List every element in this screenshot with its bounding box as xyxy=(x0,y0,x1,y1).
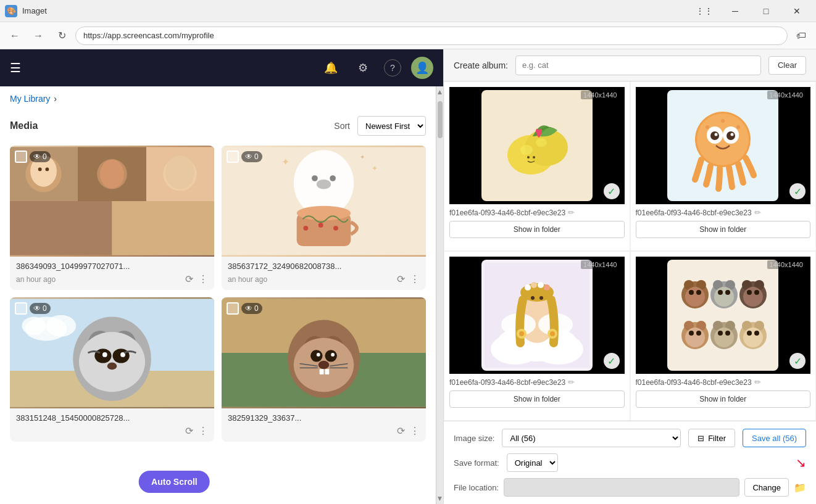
media-thumbnail: 👁 0 xyxy=(10,146,214,257)
media-overlay: 👁 0 xyxy=(15,151,51,163)
media-checkbox[interactable] xyxy=(227,151,239,163)
save-all-button[interactable]: Save all (56) xyxy=(743,429,806,447)
check-icon: ✓ xyxy=(604,183,620,199)
svg-point-65 xyxy=(533,156,535,159)
tag-icon[interactable]: 🏷 xyxy=(791,26,811,46)
svg-rect-54 xyxy=(325,369,329,374)
svg-point-76 xyxy=(721,119,725,123)
more-icon[interactable]: ⋮ xyxy=(410,273,420,285)
svg-rect-97 xyxy=(670,263,775,368)
show-folder-button[interactable]: Show in folder xyxy=(636,390,811,408)
image-size-row: Image size: All (56) Large Medium Small … xyxy=(454,429,806,447)
svg-point-122 xyxy=(685,328,705,347)
svg-point-62 xyxy=(520,145,533,155)
scrollbar[interactable]: ▲ ▼ xyxy=(436,86,443,504)
media-info: 382591329_33637... ⟳ ⋮ xyxy=(222,408,426,442)
edit-icon[interactable]: ✏ xyxy=(754,378,761,387)
media-card[interactable]: ✦ ✦ ✦ xyxy=(222,146,426,290)
share-icon[interactable]: ⟳ xyxy=(185,425,193,437)
image-size-select[interactable]: All (56) Large Medium Small xyxy=(502,429,681,447)
breadcrumb[interactable]: My Library › xyxy=(0,86,436,111)
settings-icon[interactable]: ⚙ xyxy=(352,57,374,79)
image-cell[interactable]: 1440x1440 ✓ f01ee6fa-0f93-4a46-8cbf-e9ec… xyxy=(630,81,817,251)
check-icon: ✓ xyxy=(789,353,806,369)
view-badge: 👁 0 xyxy=(30,151,51,162)
media-meta: ⟳ ⋮ xyxy=(228,425,420,437)
svg-point-116 xyxy=(747,290,752,295)
change-button[interactable]: Change xyxy=(744,478,789,497)
svg-point-73 xyxy=(715,133,718,136)
sort-select[interactable]: Newest First Oldest First Name A-Z Name … xyxy=(357,116,426,136)
image-filename: f01ee6fa-0f93-4a46-8cbf-e9ec3e23 ✏ xyxy=(449,378,625,387)
view-count: 0 xyxy=(254,152,259,161)
image-grid: 1440x1440 ✓ f01ee6fa-0f93-4a46-8cbf-e9ec… xyxy=(444,81,816,421)
svg-point-103 xyxy=(696,290,701,295)
folder-icon[interactable]: 📁 xyxy=(794,482,806,494)
url-input[interactable] xyxy=(75,27,788,45)
media-name: 386349093_10499977027071... xyxy=(16,262,208,271)
clear-button[interactable]: Clear xyxy=(768,56,806,75)
view-count: 0 xyxy=(43,304,47,313)
share-icon[interactable]: ⟳ xyxy=(397,273,405,285)
media-grid: 👁 0 386349093_10499977027071... an hour … xyxy=(0,141,436,452)
svg-point-130 xyxy=(718,331,723,336)
svg-point-72 xyxy=(726,131,735,140)
media-checkbox[interactable] xyxy=(15,302,27,315)
view-count: 0 xyxy=(43,152,47,161)
media-checkbox[interactable] xyxy=(15,151,27,163)
media-card[interactable]: 👁 0 386349093_10499977027071... an hour … xyxy=(10,146,214,290)
maximize-button[interactable]: □ xyxy=(752,2,780,20)
svg-text:✦: ✦ xyxy=(372,164,378,172)
save-format-label: Save format: xyxy=(454,458,499,468)
image-cell[interactable]: 1440x1440 ✓ f01ee6fa-0f93-4a46-8cbf-e9ec… xyxy=(444,81,630,251)
back-button[interactable]: ← xyxy=(5,26,25,46)
image-cell[interactable]: 1440x1440 ✓ f01ee6fa-0f93-4a46-8cbf-e9ec… xyxy=(630,251,817,421)
media-checkbox[interactable] xyxy=(227,302,239,315)
menu-button[interactable]: ⋮⋮ xyxy=(690,2,718,20)
more-icon[interactable]: ⋮ xyxy=(410,425,420,437)
format-select[interactable]: Original JPEG PNG WebP xyxy=(507,453,558,472)
svg-point-96 xyxy=(550,331,555,336)
location-bar xyxy=(504,478,739,497)
svg-point-117 xyxy=(754,290,759,295)
auto-scroll-button[interactable]: Auto Scroll xyxy=(139,471,210,493)
media-info: 383151248_15450000825728... ⟳ ⋮ xyxy=(10,408,214,442)
media-thumbnail: 👁 0 xyxy=(10,297,214,408)
media-card[interactable]: 👁 0 382591329_33637... xyxy=(222,297,426,442)
forward-button[interactable]: → xyxy=(28,26,48,46)
edit-icon[interactable]: ✏ xyxy=(568,208,575,217)
media-card[interactable]: 👁 0 383151248_15450000825728... xyxy=(10,297,214,442)
sort-label: Sort xyxy=(334,121,350,131)
bell-icon[interactable]: 🔔 xyxy=(320,57,342,79)
share-icon[interactable]: ⟳ xyxy=(185,273,193,285)
svg-point-131 xyxy=(725,331,730,336)
svg-point-23 xyxy=(297,206,351,220)
album-input[interactable] xyxy=(515,56,761,75)
more-icon[interactable]: ⋮ xyxy=(198,425,208,437)
filter-button[interactable]: ⊟ Filter xyxy=(688,429,735,447)
hamburger-icon[interactable]: ☰ xyxy=(10,60,21,75)
svg-point-88 xyxy=(539,296,543,300)
refresh-button[interactable]: ↻ xyxy=(52,26,72,46)
show-folder-button[interactable]: Show in folder xyxy=(636,221,811,238)
show-folder-button[interactable]: Show in folder xyxy=(449,390,625,408)
show-folder-button[interactable]: Show in folder xyxy=(449,221,625,238)
titlebar: 🎨 Imaget ⋮⋮ ─ □ ✕ xyxy=(0,0,816,22)
image-cell[interactable]: 1440x1440 ✓ f01ee6fa-0f93-4a46-8cbf-e9ec… xyxy=(444,251,630,421)
svg-point-89 xyxy=(525,284,531,291)
scroll-thumb[interactable] xyxy=(438,101,443,138)
edit-icon[interactable]: ✏ xyxy=(754,208,761,217)
svg-rect-53 xyxy=(320,369,324,374)
right-panel: Create album: Clear xyxy=(443,49,816,504)
share-icon[interactable]: ⟳ xyxy=(397,425,405,437)
media-info: 385637172_32490682008738... an hour ago … xyxy=(222,257,426,290)
close-button[interactable]: ✕ xyxy=(783,2,811,20)
edit-icon[interactable]: ✏ xyxy=(568,378,575,387)
minimize-button[interactable]: ─ xyxy=(721,2,749,20)
svg-point-74 xyxy=(731,133,734,136)
avatar[interactable]: 👤 xyxy=(411,57,433,79)
media-thumbnail: ✦ ✦ ✦ xyxy=(222,146,426,257)
more-icon[interactable]: ⋮ xyxy=(198,273,208,285)
svg-point-108 xyxy=(714,287,734,307)
help-icon[interactable]: ? xyxy=(384,59,401,76)
